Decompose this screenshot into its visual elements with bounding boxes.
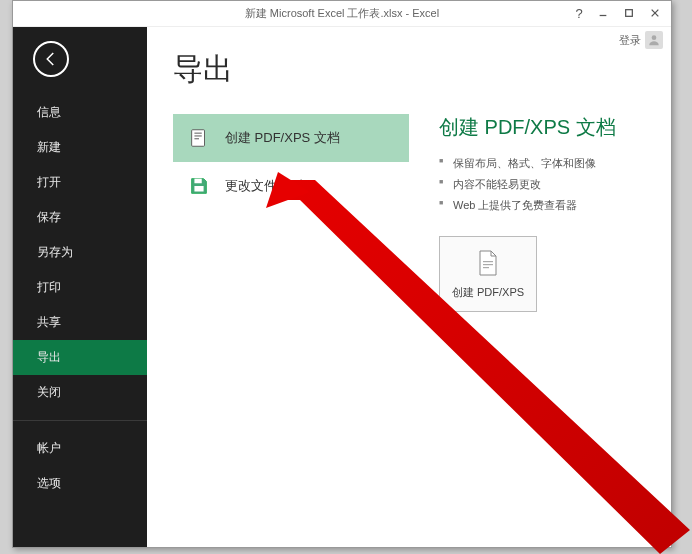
sidebar-item-label: 导出 <box>37 350 61 364</box>
svg-rect-13 <box>483 267 489 268</box>
svg-rect-8 <box>194 138 199 139</box>
export-options: 创建 PDF/XPS 文档 更改文件类型 <box>173 114 409 312</box>
feature-item: 内容不能轻易更改 <box>439 174 645 195</box>
svg-rect-7 <box>194 135 201 136</box>
sidebar-item-options[interactable]: 选项 <box>13 466 147 501</box>
maximize-button[interactable] <box>617 3 641 23</box>
sidebar-item-label: 保存 <box>37 210 61 224</box>
svg-rect-6 <box>194 133 201 134</box>
svg-rect-9 <box>194 179 201 184</box>
feature-item: 保留布局、格式、字体和图像 <box>439 153 645 174</box>
sidebar-separator <box>13 420 147 421</box>
sidebar: 信息 新建 打开 保存 另存为 打印 共享 导出 关闭 帐户 选项 <box>13 27 147 547</box>
page-title: 导出 <box>173 49 645 90</box>
section-heading: 创建 PDF/XPS 文档 <box>439 114 645 141</box>
sidebar-item-export[interactable]: 导出 <box>13 340 147 375</box>
create-pdf-xps-button[interactable]: 创建 PDF/XPS <box>439 236 537 312</box>
app-window: 新建 Microsoft Excel 工作表.xlsx - Excel ? 登录… <box>12 0 672 548</box>
back-button[interactable] <box>33 41 69 77</box>
svg-rect-1 <box>626 10 633 17</box>
sidebar-item-open[interactable]: 打开 <box>13 165 147 200</box>
minimize-button[interactable] <box>591 3 615 23</box>
sidebar-item-label: 帐户 <box>37 441 61 455</box>
help-button[interactable]: ? <box>569 3 589 23</box>
sidebar-item-account[interactable]: 帐户 <box>13 431 147 466</box>
option-change-file-type[interactable]: 更改文件类型 <box>173 162 409 210</box>
main-panel: 导出 创建 PDF/XPS 文档 更改文件类型 <box>147 27 671 547</box>
pdf-icon <box>187 126 211 150</box>
sidebar-item-label: 选项 <box>37 476 61 490</box>
sidebar-item-label: 信息 <box>37 105 61 119</box>
sidebar-item-label: 共享 <box>37 315 61 329</box>
sidebar-item-info[interactable]: 信息 <box>13 95 147 130</box>
svg-rect-12 <box>483 264 493 265</box>
close-button[interactable] <box>643 3 667 23</box>
option-label: 更改文件类型 <box>225 177 303 195</box>
sidebar-item-label: 新建 <box>37 140 61 154</box>
export-detail: 创建 PDF/XPS 文档 保留布局、格式、字体和图像 内容不能轻易更改 Web… <box>439 114 645 312</box>
sidebar-item-label: 打印 <box>37 280 61 294</box>
window-controls: ? <box>569 3 667 23</box>
action-label: 创建 PDF/XPS <box>452 285 524 300</box>
svg-rect-10 <box>194 186 203 192</box>
sidebar-item-save[interactable]: 保存 <box>13 200 147 235</box>
option-create-pdf-xps[interactable]: 创建 PDF/XPS 文档 <box>173 114 409 162</box>
sidebar-item-print[interactable]: 打印 <box>13 270 147 305</box>
sidebar-item-close[interactable]: 关闭 <box>13 375 147 410</box>
option-label: 创建 PDF/XPS 文档 <box>225 129 340 147</box>
svg-rect-11 <box>483 261 493 262</box>
sidebar-item-label: 打开 <box>37 175 61 189</box>
save-type-icon <box>187 174 211 198</box>
feature-item: Web 上提供了免费查看器 <box>439 195 645 216</box>
feature-list: 保留布局、格式、字体和图像 内容不能轻易更改 Web 上提供了免费查看器 <box>439 153 645 216</box>
sidebar-item-label: 另存为 <box>37 245 73 259</box>
titlebar: 新建 Microsoft Excel 工作表.xlsx - Excel ? <box>13 1 671 27</box>
sidebar-item-label: 关闭 <box>37 385 61 399</box>
sidebar-item-saveas[interactable]: 另存为 <box>13 235 147 270</box>
sidebar-item-new[interactable]: 新建 <box>13 130 147 165</box>
pdf-file-icon <box>476 249 500 279</box>
sidebar-item-share[interactable]: 共享 <box>13 305 147 340</box>
